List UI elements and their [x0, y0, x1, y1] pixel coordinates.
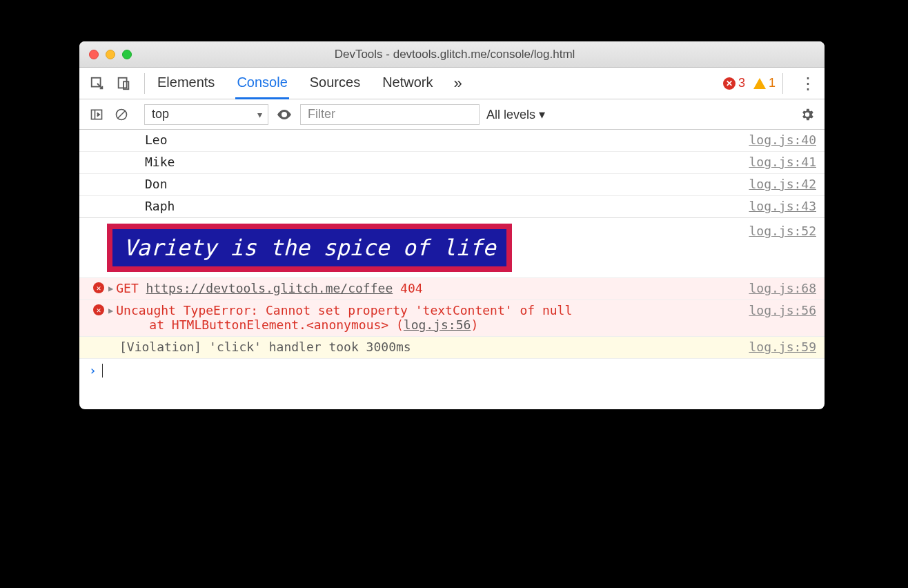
source-link[interactable]: log.js:59 [749, 340, 816, 354]
device-toggle-icon[interactable] [114, 74, 133, 93]
kebab-menu-icon[interactable]: ⋮ [800, 74, 816, 93]
violation-row[interactable]: [Violation] 'click' handler took 3000ms … [79, 337, 825, 359]
stack-link[interactable]: log.js:56 [404, 317, 471, 332]
filter-input[interactable] [300, 104, 480, 125]
error-icon: ✕ [93, 282, 104, 293]
source-link[interactable]: log.js:43 [749, 199, 816, 213]
prompt-caret-icon: › [89, 363, 97, 378]
log-text: Leo [145, 133, 168, 147]
clear-console-icon[interactable] [112, 106, 130, 124]
styled-log-row[interactable]: Variety is the spice of life log.js:52 [79, 218, 825, 278]
svg-line-6 [118, 111, 125, 118]
tab-console[interactable]: Console [235, 68, 288, 99]
source-link[interactable]: log.js:41 [749, 155, 816, 169]
live-expression-icon[interactable] [275, 106, 293, 124]
titlebar: DevTools - devtools.glitch.me/console/lo… [79, 41, 825, 68]
source-link[interactable]: log.js:42 [749, 177, 816, 191]
styled-log-text: Variety is the spice of life [107, 224, 512, 272]
source-link[interactable]: log.js:52 [749, 224, 816, 238]
warning-count: 1 [769, 76, 776, 90]
zoom-icon[interactable] [122, 50, 132, 59]
separator [782, 73, 783, 94]
source-link[interactable]: log.js:68 [749, 281, 816, 295]
traffic-lights [89, 50, 132, 59]
tabs-overflow-icon[interactable]: » [454, 75, 462, 92]
error-icon: ✕ [723, 77, 736, 90]
error-row[interactable]: ✕ ▶ Uncaught TypeError: Cannot set prope… [79, 300, 825, 337]
panel-tabs: Elements Console Sources Network [156, 68, 435, 99]
console-toolbar: top All levels ▾ [79, 99, 825, 130]
console-output: Leo log.js:40 Mike log.js:41 Don log.js:… [79, 130, 825, 409]
close-icon[interactable] [89, 50, 99, 59]
sidebar-toggle-icon[interactable] [88, 106, 106, 124]
panel-tabbar: Elements Console Sources Network » ✕ 3 1… [79, 68, 825, 99]
svg-point-7 [283, 113, 286, 116]
warning-icon [753, 78, 766, 89]
error-icon: ✕ [93, 304, 104, 315]
error-url[interactable]: https://devtools.glitch.me/coffee [146, 281, 393, 295]
expand-icon[interactable]: ▶ [108, 306, 113, 315]
log-row[interactable]: Raph log.js:43 [79, 196, 825, 218]
log-text: Don [145, 177, 168, 191]
warning-count-badge[interactable]: 1 [753, 76, 776, 90]
inspect-icon[interactable] [88, 74, 107, 93]
console-prompt[interactable]: › [79, 359, 825, 382]
context-selector[interactable]: top [144, 104, 268, 125]
log-text: Mike [145, 155, 175, 169]
tab-elements[interactable]: Elements [156, 68, 216, 99]
settings-gear-icon[interactable] [798, 106, 816, 124]
log-levels-selector[interactable]: All levels ▾ [486, 107, 545, 122]
separator [144, 73, 145, 94]
error-message: Uncaught TypeError: Cannot set property … [116, 303, 572, 317]
log-row[interactable]: Don log.js:42 [79, 174, 825, 196]
error-count-badge[interactable]: ✕ 3 [723, 76, 745, 90]
text-cursor [102, 364, 103, 378]
levels-label: All levels ▾ [486, 107, 545, 122]
source-link[interactable]: log.js:40 [749, 133, 816, 147]
devtools-window: DevTools - devtools.glitch.me/console/lo… [79, 41, 825, 409]
log-row[interactable]: Leo log.js:40 [79, 130, 825, 152]
log-row[interactable]: Mike log.js:41 [79, 152, 825, 174]
window-title: DevTools - devtools.glitch.me/console/lo… [132, 48, 778, 61]
source-link[interactable]: log.js:56 [749, 303, 816, 317]
http-method: GET [116, 281, 139, 295]
tab-network[interactable]: Network [381, 68, 434, 99]
tab-sources[interactable]: Sources [308, 68, 362, 99]
context-value: top [152, 107, 169, 121]
http-status: 404 [400, 281, 423, 295]
error-row[interactable]: ✕ ▶ GET https://devtools.glitch.me/coffe… [79, 278, 825, 300]
log-text: Raph [145, 199, 175, 213]
violation-text: [Violation] 'click' handler took 3000ms [119, 340, 411, 354]
expand-icon[interactable]: ▶ [108, 284, 113, 293]
svg-rect-1 [119, 77, 127, 88]
stack-trace: at HTMLButtonElement.<anonymous> (log.js… [93, 317, 816, 332]
error-count: 3 [738, 76, 745, 90]
minimize-icon[interactable] [106, 50, 115, 59]
